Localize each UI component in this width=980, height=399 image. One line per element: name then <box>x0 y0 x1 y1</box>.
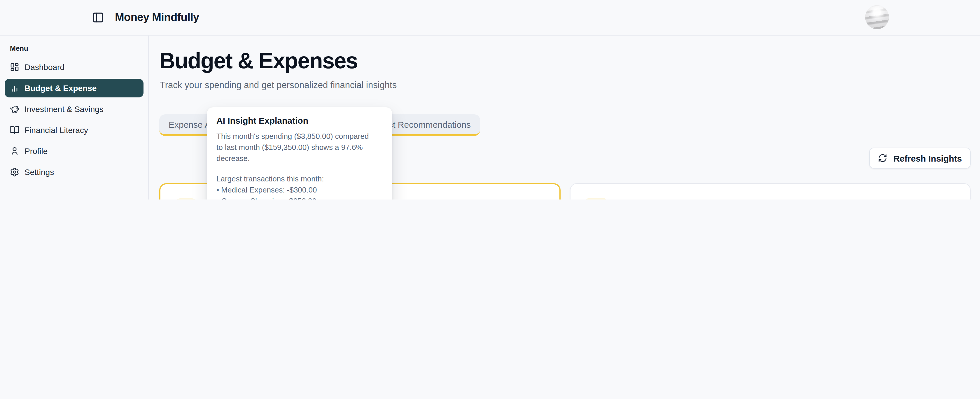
page-subtitle: Track your spending and get personalized… <box>160 80 397 91</box>
sidebar-item-dashboard[interactable]: Dashboard <box>5 57 143 78</box>
sidebar-item-label: Dashboard <box>24 62 64 72</box>
sidebar-menu-label: Menu <box>10 45 148 52</box>
sidebar-item-label: Settings <box>24 167 54 177</box>
app-title: Money Mindfully <box>115 11 199 24</box>
repeat-icon <box>584 198 608 199</box>
sidebar-item-label: Profile <box>24 146 48 156</box>
sidebar-item-investment-savings[interactable]: Investment & Savings <box>5 99 143 119</box>
sidebar: Menu Dashboard Budget & Expense Investme… <box>0 36 149 199</box>
tooltip-paragraph-transactions: Largest transactions this month:• Medica… <box>216 173 383 199</box>
bar-chart-icon <box>10 83 19 93</box>
sidebar-item-financial-literacy[interactable]: Financial Literacy <box>5 119 143 141</box>
dashboard-icon <box>10 62 19 72</box>
sidebar-item-label: Financial Literacy <box>24 126 88 135</box>
avatar[interactable] <box>865 5 889 29</box>
sidebar-nav: Dashboard Budget & Expense Investment & … <box>0 57 148 183</box>
user-icon <box>10 146 19 156</box>
app-root: Money Mindfully Menu Dashboard Budget & … <box>0 0 980 199</box>
card-title: Category Breakdown <box>619 198 956 199</box>
refresh-insights-button[interactable]: Refresh Insights <box>869 148 970 169</box>
refresh-icon <box>878 153 888 163</box>
trending-up-icon <box>174 198 198 199</box>
insight-card-category-breakdown: Category Breakdown Your highest spending… <box>570 183 970 199</box>
book-open-icon <box>10 126 19 135</box>
gear-icon <box>10 167 19 177</box>
card-body: Category Breakdown Your highest spending… <box>619 198 956 199</box>
tooltip-title: AI Insight Explanation <box>216 116 383 126</box>
sidebar-item-label: Budget & Expense <box>24 83 97 93</box>
app-header: Money Mindfully <box>0 0 980 36</box>
panel-left-icon <box>92 12 104 23</box>
sidebar-item-settings[interactable]: Settings <box>5 162 143 183</box>
sidebar-item-label: Investment & Savings <box>24 105 103 114</box>
sidebar-item-budget-expense[interactable]: Budget & Expense <box>5 79 143 97</box>
ai-insight-tooltip: AI Insight Explanation This month's spen… <box>207 107 392 199</box>
tooltip-paragraph-comparison: This month's spending ($3,850.00) compar… <box>216 131 383 164</box>
sidebar-item-profile[interactable]: Profile <box>5 141 143 162</box>
sidebar-toggle-button[interactable] <box>92 12 104 23</box>
piggy-bank-icon <box>10 105 19 114</box>
page-title: Budget & Expenses <box>159 48 358 73</box>
refresh-insights-label: Refresh Insights <box>893 153 962 163</box>
